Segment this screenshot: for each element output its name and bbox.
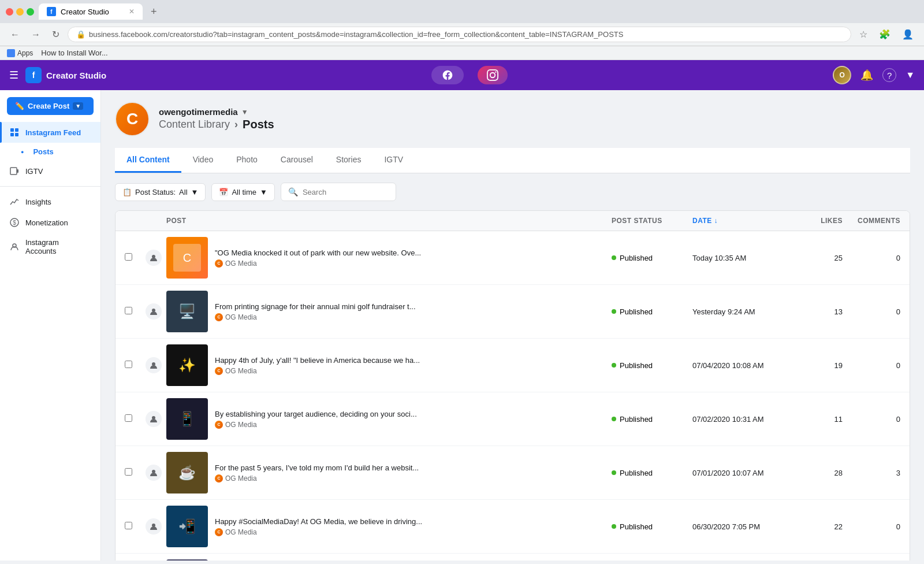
table-row[interactable]: C "OG Media knocked it out of park with … [116, 231, 910, 285]
tab-close-icon[interactable]: ✕ [129, 8, 135, 16]
browser-titlebar: f Creator Studio ✕ + [0, 0, 924, 23]
checkbox-5[interactable] [125, 468, 132, 476]
close-window-button[interactable] [6, 8, 13, 16]
maximize-window-button[interactable] [27, 8, 34, 16]
author-name-1: OG Media [225, 259, 257, 268]
row-checkbox-3[interactable] [125, 361, 146, 370]
row-avatar-wrap-1 [146, 250, 166, 266]
tab-photo[interactable]: Photo [225, 148, 269, 173]
sidebar-item-monetization[interactable]: $ Monetization [0, 212, 100, 233]
forward-button[interactable]: → [28, 27, 44, 42]
status-text-3: Published [620, 361, 653, 370]
bookmark-how-to-label: How to Install Wor... [41, 49, 107, 57]
hamburger-menu-button[interactable]: ☰ [9, 69, 18, 81]
table-row[interactable]: 📱 By establishing your target audience, … [116, 392, 910, 446]
status-dot-3 [612, 363, 616, 368]
sidebar-item-igtv[interactable]: IGTV [0, 161, 100, 181]
post-status-arrow: ▼ [191, 188, 199, 196]
bookmark-how-to[interactable]: How to Install Wor... [41, 49, 107, 57]
tab-igtv[interactable]: IGTV [372, 148, 415, 173]
nav-dropdown-button[interactable]: ▼ [906, 70, 915, 80]
profile-icon[interactable]: 👤 [899, 27, 917, 42]
svg-rect-2 [10, 133, 14, 136]
date-filter-arrow: ▼ [260, 188, 267, 196]
checkbox-2[interactable] [125, 307, 132, 314]
bookmark-apps[interactable]: Apps [7, 49, 33, 57]
header-comments-col: Comments [843, 217, 900, 225]
address-bar[interactable]: 🔒 business.facebook.com/creatorstudio?ta… [68, 27, 851, 42]
table-row[interactable]: ☕ For the past 5 years, I've told my mom… [116, 446, 910, 500]
row-avatar-wrap-2 [146, 303, 166, 320]
table-row[interactable]: ✨ Happy 4th of July, y'all! "I believe i… [116, 339, 910, 392]
tab-all-content[interactable]: All Content [115, 148, 181, 173]
row-avatar-icon-5 [146, 465, 162, 481]
page-dropdown-button[interactable]: ▼ [241, 108, 248, 116]
date-filter-value: All time [232, 188, 256, 196]
author-icon-4: C [215, 421, 223, 429]
post-status-filter-button[interactable]: 📋 Post Status: All ▼ [115, 183, 206, 201]
help-button[interactable]: ? [882, 68, 896, 82]
back-button[interactable]: ← [7, 27, 23, 42]
row-comments-3: 0 [843, 361, 900, 370]
row-author-6: C OG Media [215, 528, 612, 536]
search-input[interactable] [303, 188, 389, 196]
row-post-3: ✨ Happy 4th of July, y'all! "I believe i… [166, 344, 612, 386]
posts-table: Post Post Status Date ↓ Likes Comments [115, 210, 910, 561]
row-avatar-wrap-3 [146, 357, 166, 373]
filter-row: 📋 Post Status: All ▼ 📅 All time ▼ 🔍 [115, 183, 910, 201]
row-avatar-icon-3 [146, 357, 162, 373]
tab-video[interactable]: Video [181, 148, 225, 173]
minimize-window-button[interactable] [16, 8, 24, 16]
sidebar-sub-item-posts[interactable]: ● Posts [0, 143, 100, 161]
row-checkbox-1[interactable] [125, 253, 146, 262]
table-row[interactable]: 📲 Happy #SocialMediaDay! At OG Media, we… [116, 500, 910, 554]
row-likes-3: 19 [796, 361, 843, 370]
row-checkbox-5[interactable] [125, 468, 146, 477]
row-text-5: For the past 5 years, I've told my mom I… [215, 463, 612, 483]
extensions-icon[interactable]: 🧩 [875, 27, 894, 42]
create-post-button[interactable]: ✏️ Create Post ▼ [7, 97, 94, 115]
row-checkbox-6[interactable] [125, 522, 146, 531]
header-likes-col: Likes [796, 217, 843, 225]
tab-stories[interactable]: Stories [325, 148, 373, 173]
sidebar-item-instagram-accounts[interactable]: Instagram Accounts [0, 233, 100, 261]
reload-button[interactable]: ↻ [49, 27, 63, 42]
row-title-3: Happy 4th of July, y'all! "I believe in … [215, 356, 612, 365]
svg-rect-3 [15, 133, 18, 136]
igtv-label: IGTV [25, 167, 43, 176]
header-date-col[interactable]: Date ↓ [692, 217, 796, 225]
browser-tab[interactable]: f Creator Studio ✕ [39, 3, 143, 20]
table-row[interactable]: 🖥️ From printing signage for their annua… [116, 285, 910, 339]
row-avatar-icon-6 [146, 518, 162, 535]
sidebar-item-instagram-feed[interactable]: Instagram Feed [0, 122, 100, 143]
tab-title: Creator Studio [61, 8, 109, 16]
tab-carousel[interactable]: Carousel [269, 148, 325, 173]
date-filter-button[interactable]: 📅 All time ▼ [211, 183, 275, 201]
insights-label: Insights [25, 198, 51, 206]
row-checkbox-2[interactable] [125, 307, 146, 316]
new-tab-button[interactable]: + [147, 6, 161, 18]
thumbnail-1: C [166, 237, 208, 279]
checkbox-6[interactable] [125, 522, 132, 529]
sidebar-item-insights[interactable]: Insights [0, 191, 100, 212]
facebook-platform-button[interactable] [431, 66, 464, 84]
checkbox-4[interactable] [125, 414, 132, 422]
header-post-col: Post [166, 217, 612, 225]
checkbox-3[interactable] [125, 361, 132, 368]
notifications-button[interactable]: 🔔 [860, 69, 873, 81]
row-date-2: Yesterday 9:24 AM [692, 307, 796, 316]
checkbox-1[interactable] [125, 253, 132, 261]
row-checkbox-4[interactable] [125, 414, 146, 424]
page-header: C owengotimermedia ▼ Content Library › P… [115, 102, 910, 136]
table-row[interactable]: 🧑 Hey y'all 👋 I'm Owen, and for those of… [116, 554, 910, 561]
status-text-6: Published [620, 522, 653, 531]
create-post-dropdown-arrow[interactable]: ▼ [73, 102, 83, 110]
bookmark-star-icon[interactable]: ☆ [856, 27, 871, 42]
status-badge-5: Published [612, 469, 692, 477]
user-avatar[interactable]: O [833, 66, 851, 84]
svg-text:$: $ [13, 220, 16, 226]
author-name-6: OG Media [225, 528, 257, 536]
row-avatar-icon-4 [146, 411, 162, 427]
instagram-platform-button[interactable] [478, 66, 508, 84]
breadcrumb-parent-link[interactable]: Content Library [159, 118, 230, 131]
